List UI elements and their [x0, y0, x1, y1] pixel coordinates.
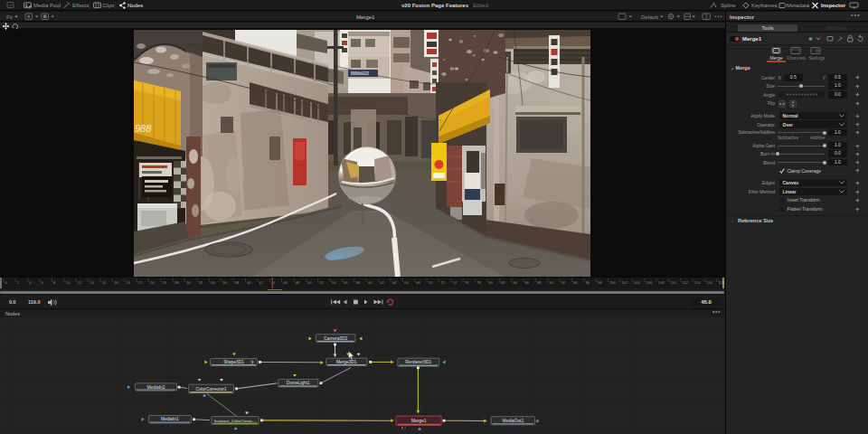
svg-text:50: 50 — [307, 280, 312, 285]
svg-text:104: 104 — [634, 280, 641, 285]
svg-text:84: 84 — [513, 280, 517, 285]
svg-text:24: 24 — [150, 280, 155, 285]
svg-text:62: 62 — [380, 280, 384, 285]
svg-text:MediaIn1: MediaIn1 — [161, 417, 179, 421]
svg-text:106: 106 — [646, 280, 653, 285]
svg-text:Merge1: Merge1 — [411, 419, 427, 423]
svg-text:40: 40 — [247, 280, 251, 285]
svg-text:94: 94 — [573, 280, 578, 285]
svg-text:60: 60 — [368, 280, 373, 285]
svg-text:36: 36 — [222, 280, 227, 285]
svg-text:76: 76 — [465, 280, 469, 285]
svg-text:22: 22 — [138, 280, 143, 285]
svg-text:32: 32 — [199, 280, 203, 285]
svg-text:56: 56 — [344, 280, 348, 285]
svg-text:12: 12 — [78, 280, 82, 285]
svg-text:48: 48 — [296, 280, 300, 285]
svg-text:112: 112 — [682, 280, 688, 285]
svg-text:52: 52 — [319, 280, 324, 285]
svg-text:DomeLight1: DomeLight1 — [287, 381, 310, 385]
svg-text:74: 74 — [452, 280, 457, 285]
svg-text:988: 988 — [135, 123, 152, 134]
svg-text:Renderer3D1: Renderer3D1 — [405, 360, 431, 364]
svg-text:82: 82 — [501, 280, 505, 285]
svg-text:34: 34 — [211, 280, 215, 285]
svg-text:64: 64 — [392, 280, 396, 285]
svg-text:80: 80 — [488, 280, 493, 285]
svg-text:10: 10 — [65, 280, 70, 285]
svg-text:54: 54 — [332, 280, 336, 285]
svg-text:ColorCorrector1: ColorCorrector1 — [195, 387, 226, 392]
svg-text:42: 42 — [259, 280, 263, 285]
svg-text:90: 90 — [549, 280, 553, 285]
svg-text:58: 58 — [355, 280, 360, 285]
svg-text:30: 30 — [186, 280, 191, 285]
svg-text:MediaOut1: MediaOut1 — [503, 419, 524, 423]
svg-text:78: 78 — [476, 280, 481, 285]
svg-text:96: 96 — [585, 280, 590, 285]
svg-text:116: 116 — [706, 280, 712, 285]
svg-text:28: 28 — [175, 280, 179, 285]
svg-text:100: 100 — [609, 280, 617, 285]
svg-text:MediaIn2: MediaIn2 — [147, 385, 165, 390]
svg-text:14: 14 — [90, 280, 94, 285]
svg-text:108: 108 — [658, 280, 665, 285]
svg-text:46: 46 — [283, 280, 288, 285]
svg-text:Instance_ColorCorrec...: Instance_ColorCorrec... — [214, 419, 256, 423]
svg-text:Camera3D2: Camera3D2 — [324, 336, 347, 341]
svg-text:20: 20 — [126, 280, 130, 285]
svg-text:44: 44 — [271, 280, 276, 285]
svg-text:72: 72 — [440, 280, 445, 285]
svg-text:26: 26 — [162, 280, 166, 285]
svg-text:86: 86 — [525, 280, 530, 285]
svg-text:114: 114 — [694, 280, 701, 285]
svg-text:68: 68 — [416, 280, 420, 285]
svg-text:118: 118 — [719, 280, 725, 285]
svg-text:92: 92 — [561, 280, 566, 285]
svg-text:18: 18 — [114, 280, 118, 285]
svg-text:88: 88 — [537, 280, 542, 285]
svg-text:102: 102 — [622, 280, 629, 285]
svg-text:Merge3D1: Merge3D1 — [336, 360, 357, 364]
svg-text:16: 16 — [102, 280, 107, 285]
svg-text:66: 66 — [404, 280, 409, 285]
svg-text:38: 38 — [235, 280, 240, 285]
svg-text:Shape3D1: Shape3D1 — [223, 360, 244, 364]
svg-text:98: 98 — [598, 280, 602, 285]
svg-text:70: 70 — [429, 280, 433, 285]
svg-text:110: 110 — [670, 280, 676, 285]
